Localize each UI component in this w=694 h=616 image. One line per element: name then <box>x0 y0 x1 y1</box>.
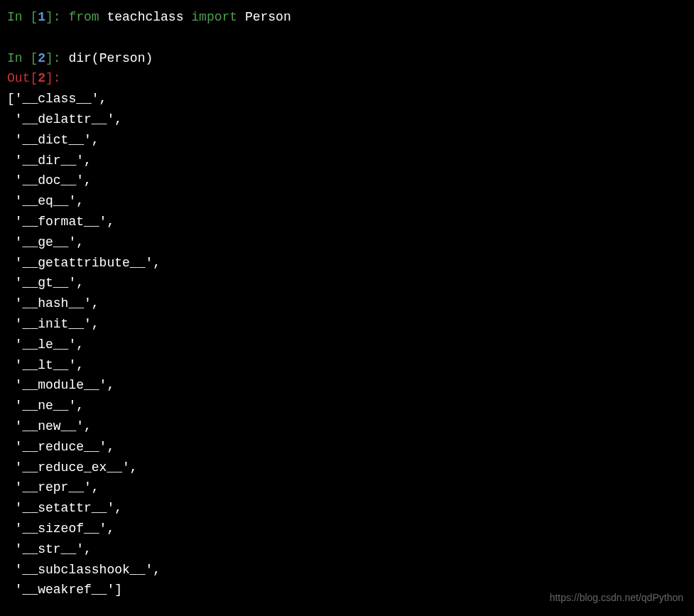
output-line: '__dict__', <box>7 130 687 151</box>
output-line: '__subclasshook__', <box>7 560 687 580</box>
input-cell-2: In [2]: dir(Person) <box>7 48 687 69</box>
output-line: '__le__', <box>7 335 687 355</box>
out-close: ]: <box>45 71 61 85</box>
output-line: '__str__', <box>7 539 687 560</box>
output-line: '__module__', <box>7 375 687 396</box>
in-prompt: In [ <box>7 51 38 65</box>
class-name: Person <box>237 10 291 24</box>
output-line: '__ne__', <box>7 396 687 416</box>
module-name: teachclass <box>99 10 192 24</box>
output-line: '__reduce_ex__', <box>7 458 687 478</box>
output-line: '__hash__', <box>7 293 687 314</box>
output-line: '__format__', <box>7 212 687 232</box>
output-line: ['__class__', <box>7 89 687 109</box>
output-line: '__sizeof__', <box>7 519 687 539</box>
output-line: '__lt__', <box>7 355 687 376</box>
output-line: '__delattr__', <box>7 109 687 130</box>
output-line: '__repr__', <box>7 477 687 498</box>
output-line: '__setattr__', <box>7 498 687 519</box>
output-line: '__gt__', <box>7 273 687 293</box>
in-close: ]: <box>45 51 68 65</box>
blank-line <box>7 28 687 48</box>
output-line: '__eq__', <box>7 191 687 212</box>
keyword-import: import <box>191 10 237 24</box>
keyword-from: from <box>68 10 99 24</box>
output-line: '__init__', <box>7 314 687 335</box>
output-line: '__dir__', <box>7 151 687 171</box>
output-line: '__reduce__', <box>7 437 687 458</box>
output-line: '__ge__', <box>7 232 687 253</box>
output-line: '__getattribute__', <box>7 253 687 274</box>
output-line: '__new__', <box>7 416 687 437</box>
watermark: https://blog.csdn.net/qdPython <box>550 590 683 605</box>
out-number: 2 <box>38 71 45 85</box>
ipython-terminal[interactable]: In [1]: from teachclass import Person In… <box>7 7 687 600</box>
input-cell-1: In [1]: from teachclass import Person <box>7 7 687 28</box>
out-label: Out[ <box>7 71 38 85</box>
output-prompt: Out[2]: <box>7 68 687 89</box>
in-prompt: In [ <box>7 10 38 24</box>
code-text: dir(Person) <box>68 51 153 65</box>
in-number: 1 <box>38 10 45 24</box>
output-line: '__doc__', <box>7 171 687 191</box>
in-number: 2 <box>38 51 45 65</box>
in-close: ]: <box>45 10 68 24</box>
